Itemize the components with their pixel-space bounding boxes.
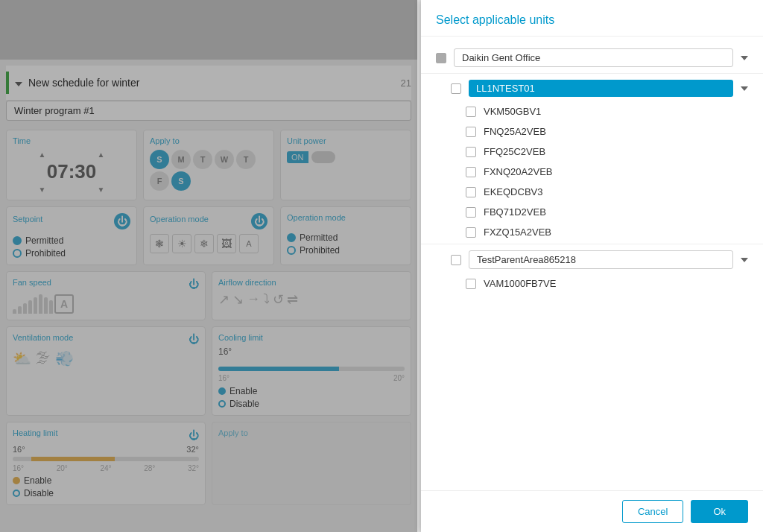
unit-row-ffq25c2veb[interactable]: FFQ25C2VEB [421,142,763,162]
unit-row-vam1000fb7ve[interactable]: VAM1000FB7VE [421,273,763,294]
unit-label-fxnq20a2veb: FXNQ20A2VEB [484,166,748,177]
unit-label-fxzq15a2veb: FXZQ15A2VEB [484,227,748,238]
unit-label-fbq71d2veb: FBQ71D2VEB [484,206,748,218]
checkbox-vkm50gbv1[interactable] [466,107,476,117]
unit-label-btn-testparent[interactable]: TestParentArea865218 [469,250,733,269]
unit-label-ffq25c2veb: FFQ25C2VEB [484,146,748,157]
unit-label-btn-ll1ntest01[interactable]: LL1NTEST01 [469,80,733,97]
checkbox-testparent[interactable] [451,255,461,265]
unit-row-vkm50gbv1[interactable]: VKM50GBV1 [421,101,763,121]
unit-label-btn-daikin-gent[interactable]: Daikin Gent Office [454,48,733,67]
unit-row-fnq25a2veb[interactable]: FNQ25A2VEB [421,121,763,142]
expand-arrow-ll1ntest01[interactable] [741,86,748,91]
unit-row-ekeqdcbv3[interactable]: EKEQDCBV3 [421,182,763,202]
unit-label-vkm50gbv1: VKM50GBV1 [484,106,748,117]
unit-label-ekeqdcbv3: EKEQDCBV3 [484,186,748,197]
unit-row-ll1ntest01[interactable]: LL1NTEST01 [421,75,763,101]
modal-footer: Cancel Ok [421,490,763,532]
modal-title: Select applicable units [436,13,748,27]
modal-overlay [0,0,417,532]
modal-header: Select applicable units [421,0,763,37]
unit-row-fxnq20a2veb[interactable]: FXNQ20A2VEB [421,162,763,182]
checkbox-fbq71d2veb[interactable] [466,207,476,218]
checkbox-fxnq20a2veb[interactable] [466,167,476,177]
unit-row-daikin-gent[interactable]: Daikin Gent Office [421,44,763,72]
checkbox-fnq25a2veb[interactable] [466,127,476,137]
unit-row-fbq71d2veb[interactable]: FBQ71D2VEB [421,202,763,222]
unit-label-vam1000fb7ve: VAM1000FB7VE [484,278,748,289]
checkbox-daikin-gent[interactable] [436,53,446,63]
modal-panel: Select applicable units Daikin Gent Offi… [421,0,763,532]
checkbox-fxzq15a2veb[interactable] [466,227,476,238]
checkbox-ll1ntest01[interactable] [451,83,461,94]
unit-row-fxzq15a2veb[interactable]: FXZQ15A2VEB [421,222,763,242]
expand-arrow-testparent[interactable] [741,258,748,262]
checkbox-ekeqdcbv3[interactable] [466,187,476,197]
expand-arrow-daikin-gent[interactable] [741,56,748,60]
cancel-button[interactable]: Cancel [622,500,683,523]
checkbox-vam1000fb7ve[interactable] [466,279,476,289]
ok-button[interactable]: Ok [691,500,748,523]
modal-body[interactable]: Daikin Gent OfficeLL1NTEST01VKM50GBV1FNQ… [421,37,763,490]
unit-label-fnq25a2veb: FNQ25A2VEB [484,126,748,137]
checkbox-ffq25c2veb[interactable] [466,147,476,157]
unit-row-testparent[interactable]: TestParentArea865218 [421,246,763,273]
